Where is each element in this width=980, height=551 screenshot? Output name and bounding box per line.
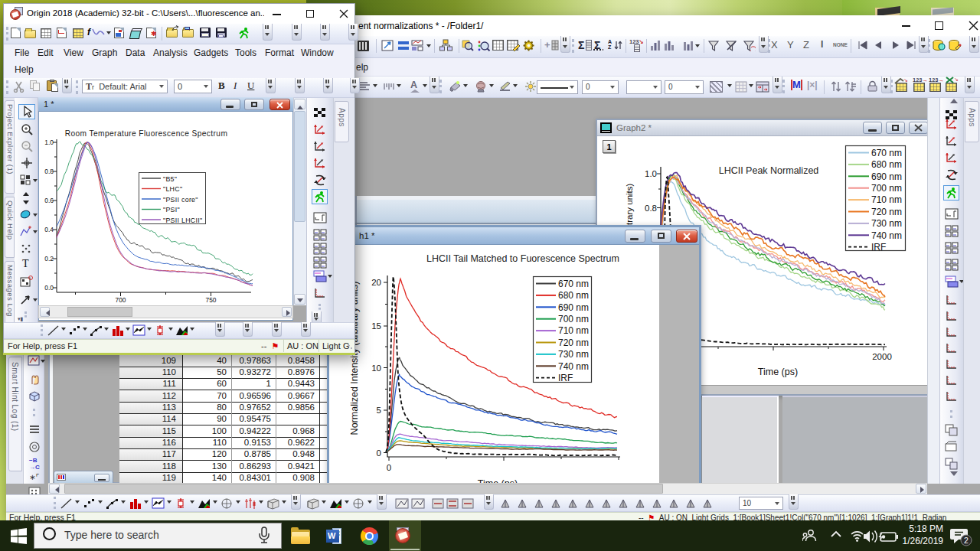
svg-text:700 nm: 700 nm [558,314,589,324]
svg-text:0.8: 0.8 [645,204,657,213]
svg-text:0.6: 0.6 [44,197,54,204]
svg-text:LHCII Peak Normalized: LHCII Peak Normalized [719,165,819,176]
svg-text:Room Temperature Fluorescence: Room Temperature Fluorescence Spectrum [65,129,228,138]
svg-text:"PSI": "PSI" [163,206,180,214]
svg-text:5: 5 [377,406,381,415]
svg-text:0.2: 0.2 [44,255,54,262]
svg-text:0.8: 0.8 [44,168,54,175]
svg-text:730 nm: 730 nm [558,349,589,360]
svg-text:690 nm: 690 nm [871,171,902,182]
svg-text:720 nm: 720 nm [558,337,589,348]
svg-text:15: 15 [371,321,381,331]
svg-text:Time (ps): Time (ps) [758,367,798,377]
svg-text:680 nm: 680 nm [558,290,589,301]
svg-text:1.0: 1.0 [44,139,54,146]
svg-text:710 nm: 710 nm [871,194,902,205]
svg-text:0: 0 [377,448,381,458]
svg-text:"PSII LHCII": "PSII LHCII" [163,217,202,224]
svg-text:10: 10 [371,364,381,373]
svg-text:20: 20 [371,278,381,287]
svg-text:690 nm: 690 nm [558,302,589,313]
svg-text:710 nm: 710 nm [558,325,589,336]
svg-text:LHCII Tail Matched to Fuoresce: LHCII Tail Matched to Fuorescence Spectr… [426,253,619,264]
svg-text:730 nm: 730 nm [871,218,902,229]
svg-text:1.0: 1.0 [645,169,657,178]
svg-text:670 nm: 670 nm [871,148,902,158]
svg-text:740 nm: 740 nm [558,361,589,372]
svg-text:IRF: IRF [871,242,886,253]
svg-text:740 nm: 740 nm [871,230,902,241]
svg-text:0: 0 [387,463,391,472]
svg-text:0.0: 0.0 [44,284,54,292]
svg-text:750: 750 [206,296,217,304]
svg-text:"LHC": "LHC" [163,185,182,193]
svg-text:2: 2 [964,536,969,545]
svg-text:670 nm: 670 nm [558,279,589,289]
svg-text:720 nm: 720 nm [871,207,902,217]
svg-text:"B5": "B5" [163,175,177,183]
svg-text:2000: 2000 [872,352,892,361]
svg-text:"PSII core": "PSII core" [163,196,198,204]
svg-text:700 nm: 700 nm [871,183,902,194]
svg-text:IRF: IRF [558,373,573,383]
svg-text:680 nm: 680 nm [871,159,902,170]
svg-text:700: 700 [116,296,126,304]
svg-text:0.4: 0.4 [44,226,54,233]
